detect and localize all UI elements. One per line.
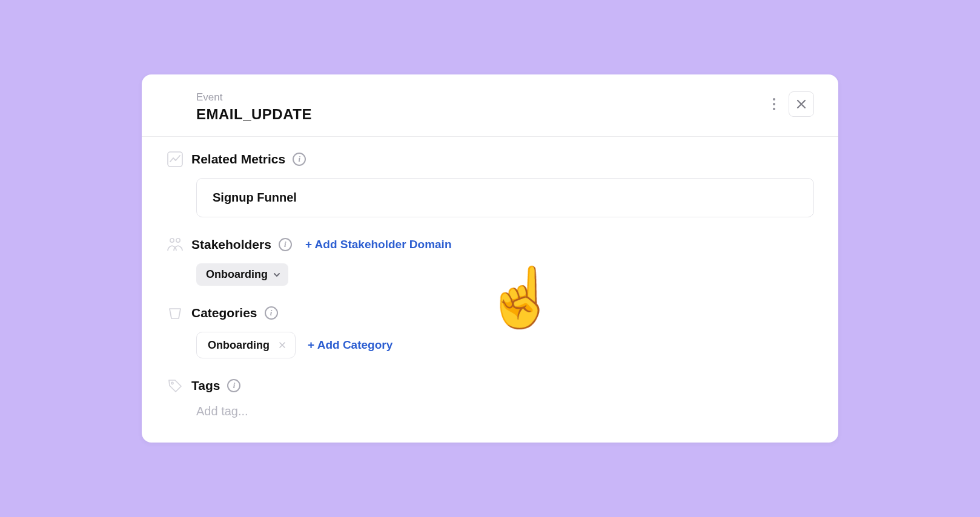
svg-point-3 (171, 382, 173, 384)
category-chip-label: Onboarding (208, 339, 270, 352)
event-detail-card: Event EMAIL_UPDATE Related Metrics i (142, 74, 838, 443)
tags-title: Tags (191, 378, 220, 393)
metric-item[interactable]: Signup Funnel (196, 178, 814, 217)
close-icon (796, 99, 806, 109)
chart-icon (166, 150, 184, 168)
tag-icon (166, 377, 184, 395)
close-button[interactable] (789, 91, 814, 117)
info-icon[interactable]: i (279, 238, 292, 251)
svg-point-1 (170, 239, 174, 242)
bucket-icon (166, 304, 184, 322)
add-stakeholder-button[interactable]: + Add Stakeholder Domain (305, 238, 452, 251)
remove-category-icon[interactable] (276, 338, 289, 352)
card-header: Event EMAIL_UPDATE (142, 74, 838, 137)
info-icon[interactable]: i (293, 153, 306, 166)
header-titles: Event EMAIL_UPDATE (196, 91, 312, 123)
tag-input[interactable] (196, 404, 439, 418)
svg-point-2 (176, 239, 180, 242)
info-icon[interactable]: i (265, 306, 278, 320)
section-head-categories: Categories i (166, 304, 814, 322)
category-chip: Onboarding (196, 332, 296, 358)
section-stakeholders: Stakeholders i + Add Stakeholder Domain … (166, 235, 814, 286)
section-related-metrics: Related Metrics i Signup Funnel (166, 150, 814, 217)
section-head-tags: Tags i (166, 377, 814, 395)
section-head-stakeholders: Stakeholders i + Add Stakeholder Domain (166, 235, 814, 254)
categories-title: Categories (191, 306, 257, 320)
eyebrow-label: Event (196, 91, 312, 104)
card-body: Related Metrics i Signup Funnel Stakehol (142, 137, 838, 443)
stakeholder-chip[interactable]: Onboarding (196, 263, 288, 286)
category-chips-row: Onboarding + Add Category (196, 332, 814, 358)
stakeholder-chips: Onboarding (196, 263, 814, 286)
section-tags: Tags i (166, 377, 814, 418)
info-icon[interactable]: i (227, 379, 240, 392)
header-actions (768, 91, 814, 117)
chevron-down-icon (273, 271, 281, 279)
metrics-title: Related Metrics (191, 152, 285, 166)
add-category-button[interactable]: + Add Category (308, 338, 392, 352)
section-head-metrics: Related Metrics i (166, 150, 814, 168)
people-icon (166, 235, 184, 254)
more-options-icon[interactable] (768, 94, 780, 114)
stakeholders-title: Stakeholders (191, 237, 271, 252)
section-categories: Categories i Onboarding + Add Category (166, 304, 814, 358)
metrics-list: Signup Funnel (196, 178, 814, 217)
event-title: EMAIL_UPDATE (196, 106, 312, 123)
stakeholder-chip-label: Onboarding (206, 268, 268, 281)
